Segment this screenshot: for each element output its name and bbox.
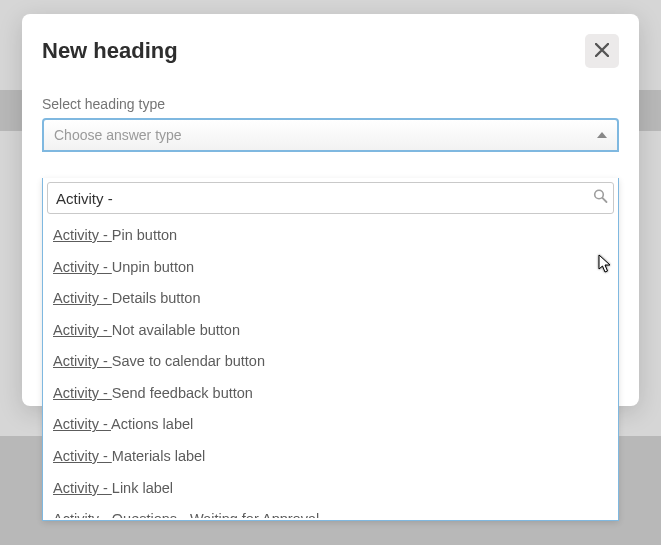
option-rest: Save to calendar button	[112, 353, 265, 369]
option-item[interactable]: Activity - Send feedback button	[43, 378, 618, 410]
option-match: Activity -	[53, 259, 112, 275]
option-rest: Send feedback button	[112, 385, 253, 401]
field-label: Select heading type	[42, 96, 619, 112]
option-item[interactable]: Activity - Details button	[43, 283, 618, 315]
option-match: Activity -	[53, 227, 112, 243]
select-placeholder: Choose answer type	[54, 127, 182, 143]
answer-type-dropdown: Activity - Pin buttonActivity - Unpin bu…	[42, 178, 619, 521]
svg-line-1	[602, 198, 606, 202]
option-match: Activity -	[53, 416, 111, 432]
option-item[interactable]: Activity - Unpin button	[43, 252, 618, 284]
modal-header: New heading	[42, 34, 619, 68]
option-rest: Pin button	[112, 227, 177, 243]
option-item[interactable]: Activity - Actions label	[43, 409, 618, 441]
option-match: Activity -	[53, 322, 112, 338]
option-match: Activity -	[53, 511, 112, 518]
option-rest: Link label	[112, 480, 173, 496]
option-rest: Actions label	[111, 416, 193, 432]
option-match: Activity -	[53, 448, 112, 464]
close-icon	[595, 43, 609, 60]
option-rest: Unpin button	[112, 259, 194, 275]
option-match: Activity -	[53, 353, 112, 369]
option-item[interactable]: Activity - Link label	[43, 473, 618, 505]
option-item[interactable]: Activity - Materials label	[43, 441, 618, 473]
option-match: Activity -	[53, 290, 112, 306]
option-rest: Materials label	[112, 448, 206, 464]
search-icon	[593, 189, 608, 208]
option-match: Activity -	[53, 480, 112, 496]
option-item[interactable]: Activity - Pin button	[43, 220, 618, 252]
close-button[interactable]	[585, 34, 619, 68]
option-rest: Not available button	[112, 322, 240, 338]
option-item[interactable]: Activity - Not available button	[43, 315, 618, 347]
chevron-up-icon	[597, 132, 607, 138]
option-item[interactable]: Activity - Save to calendar button	[43, 346, 618, 378]
option-match: Activity -	[53, 385, 112, 401]
search-input[interactable]	[47, 182, 614, 214]
modal-title: New heading	[42, 38, 178, 64]
answer-type-select[interactable]: Choose answer type	[42, 118, 619, 152]
option-rest: Questions - Waiting for Approval	[112, 511, 319, 518]
option-item[interactable]: Activity - Questions - Waiting for Appro…	[43, 504, 618, 518]
options-list[interactable]: Activity - Pin buttonActivity - Unpin bu…	[43, 218, 618, 518]
option-rest: Details button	[112, 290, 201, 306]
